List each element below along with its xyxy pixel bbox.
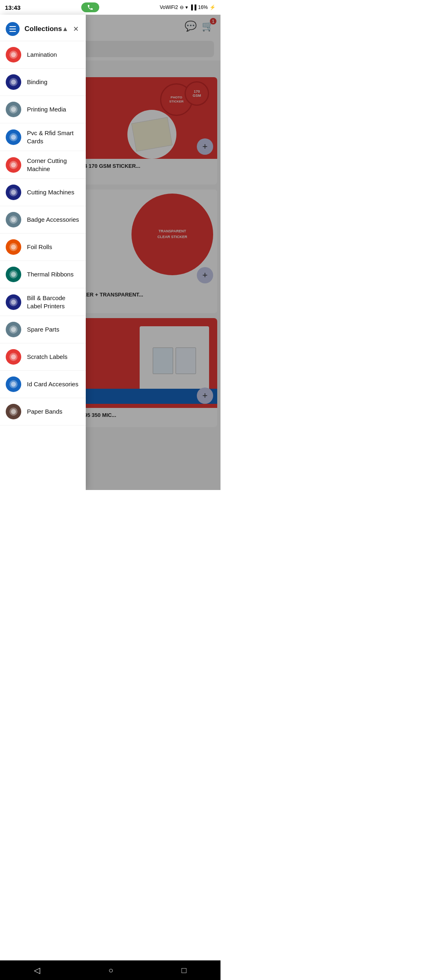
- status-time: 13:43: [5, 4, 20, 11]
- thermal-ribbons-label: Thermal Ribbons: [27, 270, 74, 278]
- id-card-icon: [6, 376, 21, 392]
- charging-icon: ⚡: [209, 4, 216, 10]
- minus-icon: ⊖: [180, 4, 184, 10]
- sidebar-item-lamination[interactable]: Lamination: [0, 41, 86, 69]
- drawer-title: Collections: [24, 25, 62, 33]
- svg-point-21: [11, 327, 16, 332]
- battery-level: 16%: [198, 4, 208, 10]
- sidebar-item-cutting-machines[interactable]: Cutting Machines: [0, 179, 86, 206]
- drawer-header: Collections ▲ ×: [0, 15, 86, 41]
- hamburger-line-3: [9, 31, 16, 32]
- svg-point-25: [11, 382, 16, 387]
- foil-rolls-label: Foil Rolls: [27, 243, 52, 251]
- status-call-icon: [81, 2, 99, 12]
- lamination-icon: [6, 47, 21, 62]
- network-indicator: VoWiFi2: [160, 4, 178, 10]
- thermal-ribbons-icon: [6, 267, 21, 282]
- sidebar-item-binding[interactable]: Binding: [0, 69, 86, 96]
- cutting-machines-label: Cutting Machines: [27, 188, 74, 196]
- svg-point-27: [11, 409, 16, 414]
- svg-point-15: [11, 245, 16, 249]
- svg-point-23: [11, 354, 16, 359]
- drawer-header-left: Collections: [6, 22, 62, 36]
- drawer-header-right: ▲ ×: [62, 24, 80, 34]
- paper-bands-icon: [6, 404, 21, 419]
- signal-icon: ▐▐: [189, 4, 196, 10]
- svg-point-11: [11, 190, 16, 195]
- close-drawer-button[interactable]: ×: [71, 24, 80, 34]
- cutting-machines-icon: [6, 185, 21, 200]
- svg-point-5: [11, 107, 16, 112]
- svg-point-1: [11, 52, 16, 57]
- hamburger-line-2: [9, 29, 16, 29]
- spare-parts-label: Spare Parts: [27, 325, 59, 334]
- svg-point-19: [11, 300, 16, 305]
- spare-parts-icon: [6, 322, 21, 337]
- sidebar-item-badge-accessories[interactable]: Badge Accessories: [0, 206, 86, 234]
- scratch-labels-icon: [6, 349, 21, 365]
- corner-cutting-label: Corner Cutting Machine: [27, 157, 80, 173]
- navigation-drawer: Collections ▲ × LaminationBindingPrintin…: [0, 15, 86, 490]
- sidebar-item-spare-parts[interactable]: Spare Parts: [0, 316, 86, 343]
- sidebar-item-printing-media[interactable]: Printing Media: [0, 96, 86, 123]
- sidebar-item-id-card[interactable]: Id Card Accesories: [0, 371, 86, 398]
- status-right: VoWiFi2 ⊖ ▾ ▐▐ 16% ⚡: [160, 4, 216, 10]
- svg-point-13: [11, 217, 16, 222]
- svg-point-9: [11, 163, 16, 167]
- sidebar-item-thermal-ribbons[interactable]: Thermal Ribbons: [0, 261, 86, 288]
- svg-point-7: [11, 135, 16, 140]
- printing-media-label: Printing Media: [27, 105, 66, 114]
- scratch-labels-label: Scratch Labels: [27, 353, 67, 361]
- wifi-icon: ▾: [185, 4, 188, 10]
- sidebar-item-pvc-rfid[interactable]: Pvc & Rfid Smart Cards: [0, 123, 86, 151]
- lamination-label: Lamination: [27, 51, 57, 59]
- bill-barcode-label: Bill & Barcode Label Printers: [27, 294, 80, 310]
- bill-barcode-icon: [6, 294, 21, 310]
- pvc-rfid-label: Pvc & Rfid Smart Cards: [27, 129, 80, 145]
- paper-bands-label: Paper Bands: [27, 408, 62, 416]
- badge-accessories-label: Badge Accessories: [27, 216, 79, 224]
- badge-accessories-icon: [6, 212, 21, 227]
- chevron-up-icon[interactable]: ▲: [62, 25, 69, 33]
- svg-point-17: [11, 272, 16, 277]
- sidebar-item-bill-barcode[interactable]: Bill & Barcode Label Printers: [0, 288, 86, 316]
- printing-media-icon: [6, 102, 21, 117]
- sidebar-item-scratch-labels[interactable]: Scratch Labels: [0, 343, 86, 371]
- svg-point-3: [11, 80, 16, 85]
- menu-items-container: LaminationBindingPrinting MediaPvc & Rfi…: [0, 41, 86, 425]
- sidebar-item-paper-bands[interactable]: Paper Bands: [0, 398, 86, 425]
- pvc-rfid-icon: [6, 129, 21, 145]
- sidebar-item-foil-rolls[interactable]: Foil Rolls: [0, 234, 86, 261]
- sidebar-item-corner-cutting[interactable]: Corner Cutting Machine: [0, 151, 86, 179]
- binding-icon: [6, 74, 21, 90]
- id-card-label: Id Card Accesories: [27, 380, 78, 388]
- foil-rolls-icon: [6, 239, 21, 255]
- hamburger-icon[interactable]: [6, 22, 20, 36]
- hamburger-line-1: [9, 26, 16, 27]
- status-bar: 13:43 VoWiFi2 ⊖ ▾ ▐▐ 16% ⚡: [0, 0, 220, 15]
- binding-label: Binding: [27, 78, 47, 86]
- corner-cutting-icon: [6, 157, 21, 173]
